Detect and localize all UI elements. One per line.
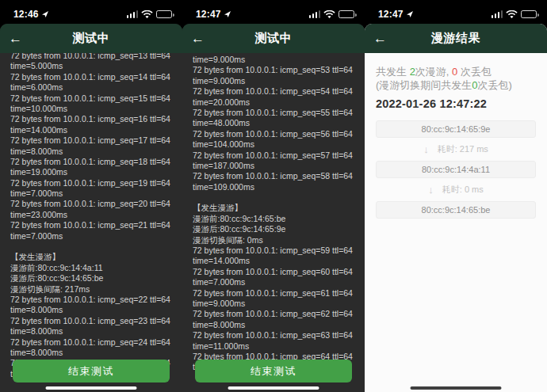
ping-log-line: time=8.000ms xyxy=(10,348,178,358)
ping-log-line: 72 bytes from 10.0.0.1: icmp_seq=24 ttl=… xyxy=(10,337,178,348)
screenshot-panel-roam-result: 12:47 ← 漫游结果 共发生 2次漫游, 0 次丢包 (漫游切换期间共发生0… xyxy=(365,0,547,392)
back-arrow-icon[interactable]: ← xyxy=(9,24,22,53)
summary-text: 次漫游, xyxy=(415,66,452,78)
back-arrow-icon[interactable]: ← xyxy=(191,24,205,53)
cellular-signal-icon xyxy=(127,10,139,18)
ping-log[interactable]: 72 bytes from 10.0.0.1: icmp_seq=13 ttl=… xyxy=(0,49,182,379)
ping-log-line: time=5.000ms xyxy=(10,61,178,71)
ping-log-line: 72 bytes from 10.0.0.1: icmp_seq=58 ttl=… xyxy=(193,171,360,181)
battery-icon xyxy=(156,10,172,18)
ping-log-line: 72 bytes from 10.0.0.1: icmp_seq=62 ttl=… xyxy=(193,309,360,319)
ping-log-line: time=187.000ms xyxy=(193,161,360,171)
status-bar: 12:47 xyxy=(365,0,547,24)
ping-log-line: 72 bytes from 10.0.0.1: icmp_seq=60 ttl=… xyxy=(193,267,360,277)
status-icons xyxy=(492,10,537,19)
end-test-button[interactable]: 结束测试 xyxy=(195,360,352,382)
battery-icon xyxy=(339,10,354,18)
wifi-icon xyxy=(323,10,335,19)
app-card: ← 漫游结果 共发生 2次漫游, 0 次丢包 (漫游切换期间共发生0次丢包) 2… xyxy=(365,24,547,392)
ping-log-line: time=7.000ms xyxy=(10,231,178,242)
roam-summary: 共发生 2次漫游, 0 次丢包 (漫游切换期间共发生0次丢包) 2022-01-… xyxy=(365,53,547,110)
roam-loss-count-value: 0 xyxy=(472,79,477,91)
ping-log-line: time=7.000ms xyxy=(193,277,360,287)
ping-log-line: time=19.000ms xyxy=(10,167,178,177)
ping-log-line xyxy=(10,242,178,252)
cellular-signal-icon xyxy=(492,10,503,18)
ping-log-line xyxy=(193,192,360,203)
ping-log-line: 72 bytes from 10.0.0.1: icmp_seq=17 ttl=… xyxy=(10,135,178,146)
ping-log-line: time=7.000ms xyxy=(10,188,178,199)
battery-icon xyxy=(521,10,537,18)
roam-transition-row: ↓耗时: 0 ms xyxy=(376,178,536,201)
transition-duration-label: 耗时: 217 ms xyxy=(438,143,488,155)
location-arrow-icon xyxy=(406,10,414,18)
screenshot-panel-testing-2: 12:47 ← 测试中 time=9.000ms72 bytes from 10… xyxy=(182,0,365,392)
ping-log-line: 72 bytes from 10.0.0.1: icmp_seq=55 ttl=… xyxy=(193,108,360,118)
down-arrow-icon: ↓ xyxy=(428,185,434,195)
page-title: 测试中 xyxy=(73,31,110,46)
status-icons xyxy=(309,10,355,19)
ping-log-line: time=23.000ms xyxy=(10,210,178,220)
ping-log-line: time=20.000ms xyxy=(193,97,360,108)
wifi-icon xyxy=(506,10,518,19)
end-test-button[interactable]: 结束测试 xyxy=(13,360,170,382)
app-header: ← 测试中 xyxy=(182,24,365,53)
ping-log-line: time=9.000ms xyxy=(193,76,360,86)
app-card: ← 测试中 time=9.000ms72 bytes from 10.0.0.1… xyxy=(182,24,365,392)
app-header: ← 漫游结果 xyxy=(365,24,547,53)
summary-text: 次丢包) xyxy=(478,79,512,91)
cellular-signal-icon xyxy=(309,10,321,18)
transition-duration-label: 耗时: 0 ms xyxy=(442,184,484,196)
ping-log-line: 漫游前:80:cc:9c:14:65:be xyxy=(193,214,360,224)
roam-count-value: 2 xyxy=(410,66,415,78)
ping-log-line: 72 bytes from 10.0.0.1: icmp_seq=54 ttl=… xyxy=(193,86,360,97)
wifi-icon xyxy=(141,10,153,19)
screenshot-panel-testing-1: 12:46 ← 测试中 72 bytes from 10.0.0.1: icmp… xyxy=(0,0,182,392)
ping-log-line: 72 bytes from 10.0.0.1: icmp_seq=15 ttl=… xyxy=(10,93,178,104)
roam-summary-line1: 共发生 2次漫游, 0 次丢包 xyxy=(376,65,536,78)
location-arrow-icon xyxy=(41,10,49,18)
ping-log-line: 72 bytes from 10.0.0.1: icmp_seq=63 ttl=… xyxy=(193,330,360,341)
ping-log-line: 漫游后:80:cc:9c:14:65:be xyxy=(10,273,178,284)
down-arrow-icon: ↓ xyxy=(423,144,429,154)
summary-text: 次丢包 xyxy=(457,66,492,78)
ping-log-line: time=104.000ms xyxy=(193,139,360,150)
ping-log-line: 漫游后:80:cc:9c:14:65:9e xyxy=(193,224,360,234)
ping-log[interactable]: time=9.000ms72 bytes from 10.0.0.1: icmp… xyxy=(182,53,365,373)
home-indicator[interactable] xyxy=(46,386,137,390)
ping-log-line: 【发生漫游】 xyxy=(193,203,360,213)
ping-log-line: time=8.000ms xyxy=(10,326,178,337)
ping-log-line: 72 bytes from 10.0.0.1: icmp_seq=21 ttl=… xyxy=(10,220,178,230)
ping-log-line: time=9.000ms xyxy=(193,299,360,309)
ping-log-line: time=109.000ms xyxy=(193,182,360,192)
ping-log-line: 72 bytes from 10.0.0.1: icmp_seq=16 ttl=… xyxy=(10,114,178,124)
ping-log-line: 72 bytes from 10.0.0.1: icmp_seq=19 ttl=… xyxy=(10,178,178,188)
page-title: 测试中 xyxy=(255,31,293,46)
ping-log-line: 漫游切换间隔: 0ms xyxy=(193,235,360,245)
ping-log-line: time=14.000ms xyxy=(193,256,360,266)
ping-log-line: 漫游前:80:cc:9c:14:4a:11 xyxy=(10,263,178,273)
ping-log-line: 72 bytes from 10.0.0.1: icmp_seq=22 ttl=… xyxy=(10,295,178,305)
ping-log-line: 【发生漫游】 xyxy=(10,252,178,262)
app-card: ← 测试中 72 bytes from 10.0.0.1: icmp_seq=1… xyxy=(0,24,182,392)
location-arrow-icon xyxy=(224,10,231,18)
ap-mac-box: 80:cc:9c:14:4a:11 xyxy=(376,161,536,178)
ping-log-line: 72 bytes from 10.0.0.1: icmp_seq=57 ttl=… xyxy=(193,150,360,161)
ping-log-line: 72 bytes from 10.0.0.1: icmp_seq=18 ttl=… xyxy=(10,157,178,167)
result-timestamp: 2022-01-26 12:47:22 xyxy=(376,97,536,110)
ping-log-line: 72 bytes from 10.0.0.1: icmp_seq=53 ttl=… xyxy=(193,65,360,75)
status-time: 12:47 xyxy=(378,9,414,20)
clock-text: 12:46 xyxy=(13,9,39,20)
ping-log-line: time=11.000ms xyxy=(193,341,360,352)
ping-log-line: 72 bytes from 10.0.0.1: icmp_seq=20 ttl=… xyxy=(10,199,178,209)
ping-log-line: time=48.000ms xyxy=(193,118,360,128)
ping-log-line: 漫游切换间隔: 217ms xyxy=(10,284,178,295)
home-indicator[interactable] xyxy=(228,386,319,390)
app-header: ← 测试中 xyxy=(0,24,182,53)
clock-text: 12:47 xyxy=(196,9,221,20)
clock-text: 12:47 xyxy=(378,9,404,20)
back-arrow-icon[interactable]: ← xyxy=(373,24,387,53)
summary-text: 共发生 xyxy=(376,66,410,78)
roam-path-list: 80:cc:9c:14:65:9e↓耗时: 217 ms80:cc:9c:14:… xyxy=(365,120,547,219)
home-indicator[interactable] xyxy=(411,386,502,390)
